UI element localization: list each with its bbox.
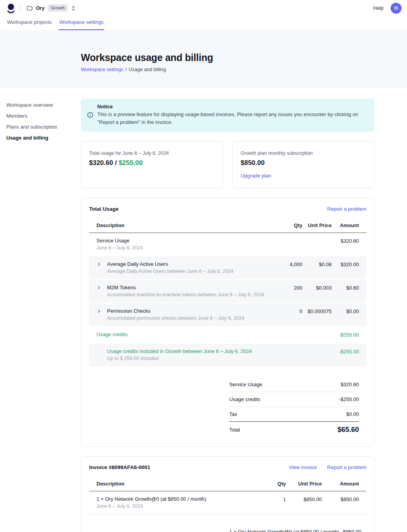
row-qty: 0 bbox=[271, 308, 302, 314]
total-usage-table: Description Qty Unit Price Amount bbox=[89, 219, 366, 367]
row-title: Permission Checks bbox=[107, 308, 245, 314]
total-usage-summary-card: Total usage for June 6 – July 6, 2024 $3… bbox=[81, 141, 223, 188]
sidebar-item[interactable]: Usage and billing bbox=[6, 133, 81, 143]
workspace-switcher[interactable]: Ory Growth bbox=[25, 3, 77, 13]
row-subtitle: June 6 – July 6, 2024 bbox=[96, 503, 206, 509]
row-qty bbox=[271, 348, 302, 349]
row-unit-price: $0.003 bbox=[302, 285, 332, 291]
row-description: 1 × Ory Network Growth@0 (at $850.00 / m… bbox=[96, 496, 206, 509]
upgrade-plan-link[interactable]: Upgrade plan bbox=[241, 173, 271, 179]
table-row: Average Daily Active Users Average Daily… bbox=[89, 256, 366, 280]
usage-amount-separator: / bbox=[115, 159, 117, 167]
topbar-separator: / bbox=[20, 5, 21, 11]
usage-summary: Service Usage $320.60 Usage credits -$25… bbox=[229, 377, 359, 421]
ory-logo[interactable] bbox=[6, 3, 16, 13]
topbar-right: Help H bbox=[373, 3, 402, 14]
sidebar-item[interactable]: Plans and subscription bbox=[6, 122, 81, 133]
table-row: M2M Tokens Accumulated machine-to-machin… bbox=[89, 280, 366, 303]
row-unit-price bbox=[302, 238, 332, 238]
summary-value: $320.60 bbox=[341, 382, 359, 387]
table-header-row: Description Qty Unit Price Amount bbox=[89, 219, 366, 233]
summary-label: Service Usage bbox=[229, 382, 262, 387]
workspace-tab[interactable]: Workspace projects bbox=[6, 16, 52, 30]
row-qty: 1 bbox=[262, 496, 286, 502]
table-header-row: Description Qty Unit Price Amount bbox=[89, 477, 366, 491]
row-unit-price: $0.000075 bbox=[302, 308, 332, 314]
column-description: Description bbox=[96, 481, 262, 487]
summary-row: Usage credits -$255.00 bbox=[229, 392, 359, 407]
folder-icon bbox=[27, 5, 33, 11]
chevron-spacer bbox=[96, 348, 107, 354]
usage-amount-credit: $255.00 bbox=[119, 159, 143, 167]
usage-total-row: Total $65.60 bbox=[229, 421, 359, 434]
chevron-right-icon[interactable] bbox=[96, 309, 101, 313]
row-subtitle: June 6 – July 6, 2024 bbox=[96, 245, 143, 251]
row-description-cell: Usage credits bbox=[96, 331, 271, 337]
usage-amount-used: $320.60 bbox=[89, 159, 113, 167]
invoice-links: View invoice Report a problem bbox=[289, 464, 366, 470]
settings-sidebar: Workspace overview Members Plans and sub… bbox=[6, 99, 81, 532]
row-description-cell: 1 × Ory Network Growth@0 (at $850.00 / m… bbox=[96, 496, 262, 509]
column-unit-price: Unit Price bbox=[302, 222, 332, 228]
chevron-updown-icon bbox=[71, 5, 76, 11]
row-qty: 200 bbox=[271, 285, 302, 291]
plan-label: Growth plan monthly subscription bbox=[241, 150, 366, 156]
table-body: Service Usage June 6 – July 6, 2024 $320… bbox=[89, 233, 366, 367]
row-unit-price: $0.08 bbox=[302, 261, 332, 267]
row-description-cell: Service Usage June 6 – July 6, 2024 bbox=[96, 238, 271, 251]
summary-value: -$255.00 bbox=[339, 396, 359, 402]
page: / Ory Growth Help H bbox=[0, 0, 407, 532]
sidebar-item[interactable]: Workspace overview bbox=[6, 100, 81, 111]
row-description-cell: Permission Checks Accumulated permission… bbox=[96, 308, 271, 321]
sidebar-item[interactable]: Members bbox=[6, 111, 81, 122]
row-amount: $320.00 bbox=[332, 261, 359, 267]
summary-row: Tax $0.00 bbox=[229, 407, 359, 421]
row-amount: -$255.00 bbox=[332, 331, 359, 338]
chevron-right-icon[interactable] bbox=[96, 285, 101, 290]
report-problem-link[interactable]: Report a problem bbox=[327, 206, 366, 212]
column-unit-price: Unit Price bbox=[286, 481, 322, 487]
row-description-cell: M2M Tokens Accumulated machine-to-machin… bbox=[96, 285, 271, 297]
row-title: 1 × Ory Network Growth@0 (at $850.00 / m… bbox=[96, 496, 206, 502]
avatar[interactable]: H bbox=[391, 3, 402, 14]
workspace-tab[interactable]: Workspace settings bbox=[59, 16, 104, 30]
row-amount: $0.60 bbox=[332, 285, 359, 291]
total-usage-card: Total Usage Report a problem Description… bbox=[81, 198, 375, 447]
row-qty bbox=[271, 238, 302, 238]
chevron-spacer bbox=[96, 285, 107, 290]
chevron-right-icon[interactable] bbox=[96, 262, 101, 267]
topbar: / Ory Growth Help H bbox=[0, 0, 407, 16]
row-unit-price bbox=[302, 331, 332, 332]
invoice-title: Invoice #8099AFA6-0001 bbox=[89, 464, 150, 470]
breadcrumb-current: Usage and billing bbox=[129, 67, 166, 72]
row-qty: 4,000 bbox=[271, 261, 302, 267]
row-description-cell: Usage credits included in Growth between… bbox=[96, 348, 271, 361]
help-link[interactable]: Help bbox=[373, 5, 384, 11]
row-title: Usage credits bbox=[96, 331, 127, 337]
breadcrumb-link[interactable]: Workspace settings bbox=[81, 67, 123, 72]
row-description: Service Usage June 6 – July 6, 2024 bbox=[96, 238, 143, 251]
row-amount: $0.00 bbox=[332, 308, 359, 314]
row-title: Usage credits included in Growth between… bbox=[107, 348, 252, 354]
breadcrumb-separator: / bbox=[125, 67, 127, 72]
row-description: Permission Checks Accumulated permission… bbox=[107, 308, 245, 321]
row-qty bbox=[271, 331, 302, 332]
view-invoice-link[interactable]: View invoice bbox=[289, 464, 317, 470]
summary-label: Usage credits bbox=[229, 396, 260, 402]
notice-banner: Notice This is a preview feature for dis… bbox=[81, 99, 375, 132]
row-amount: $850.00 bbox=[322, 496, 359, 502]
usage-period-label: Total usage for June 6 – July 6, 2024 bbox=[89, 150, 215, 156]
page-header: Workspace usage and billing Workspace se… bbox=[0, 30, 407, 88]
summary-cards-row: Total usage for June 6 – July 6, 2024 $3… bbox=[81, 141, 375, 188]
summary-row: 1 × Ory Network Growth@0 (at $850.00 / m… bbox=[229, 525, 359, 532]
table-body: 1 × Ory Network Growth@0 (at $850.00 / m… bbox=[89, 491, 366, 514]
column-amount: Amount bbox=[322, 481, 359, 487]
report-problem-link[interactable]: Report a problem bbox=[327, 464, 366, 470]
summary-value: $0.00 bbox=[346, 411, 359, 417]
row-subtitle: Accumulated machine-to-machine tokens be… bbox=[107, 292, 264, 297]
row-unit-price bbox=[302, 348, 332, 349]
row-title: Average Daily Active Users bbox=[107, 261, 234, 267]
table-row: 1 × Ory Network Growth@0 (at $850.00 / m… bbox=[89, 491, 366, 514]
invoice-summary: 1 × Ory Network Growth@0 (at $850.00 / m… bbox=[229, 525, 359, 532]
usage-amounts: $320.60 / $255.00 bbox=[89, 159, 215, 167]
